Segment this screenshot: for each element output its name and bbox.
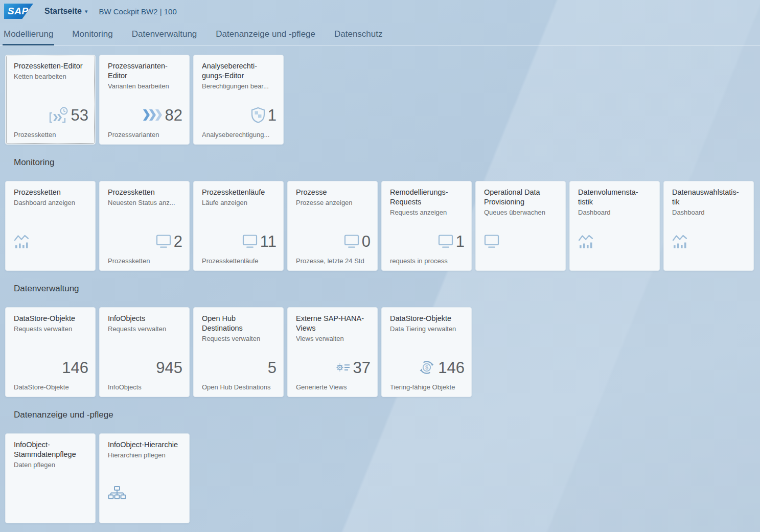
tile-externe-sap-hana-views[interactable]: Externe SAP-HANA-ViewsViews verwalten 37… [287, 307, 378, 397]
tile-footer: Analyseberechtigung... [202, 131, 277, 138]
anchor-tabstrip: ModellierungMonitoringDatenverwaltungDat… [0, 22, 760, 46]
tile-subtitle: Berechtigungen bear... [202, 82, 275, 90]
tile-subtitle: Daten pflegen [14, 461, 87, 469]
tile-subtitle: Queues überwachen [484, 209, 557, 216]
tile-open-hub-destinations[interactable]: Open Hub DestinationsRequests verwalten5… [193, 307, 284, 397]
process-chain-icon [48, 106, 68, 124]
line-chart-icon [672, 234, 687, 249]
tile-prozessketten-editor[interactable]: Prozessketten-EditorKetten bearbeiten 53… [5, 55, 96, 145]
tile-footer: Open Hub Destinations [202, 383, 277, 391]
tile-title: Analyseberechti-gungs-Editor [202, 61, 275, 81]
chevron-down-icon: ▾ [85, 8, 88, 15]
tile-kpi-value: 53 [71, 107, 88, 123]
tile-infoobject-stammdatenpflege[interactable]: InfoObject-StammdatenpflegeDaten pflegen [5, 433, 96, 523]
tile-analyseberechti-gungs-editor[interactable]: Analyseberechti-gungs-EditorBerechtigung… [193, 55, 284, 145]
tile-subtitle: Requests verwalten [14, 325, 87, 333]
monitor-icon [242, 234, 258, 248]
tile-footer: requests in process [390, 257, 465, 265]
tile-subtitle: Neuesten Status anz... [108, 199, 181, 206]
tile-subtitle: Dashboard anzeigen [14, 199, 87, 206]
tile-title: Prozesse [296, 188, 369, 197]
tile-datenvolumensta-tistik[interactable]: Datenvolumensta-tistikDashboard [569, 181, 660, 271]
tile-title: Open Hub Destinations [202, 314, 275, 333]
tile-kpi: 53 [14, 103, 88, 127]
tile-title: InfoObject-Stammdatenpflege [14, 440, 87, 459]
monitor-icon [156, 234, 171, 248]
tab-monitoring[interactable]: Monitoring [71, 22, 113, 45]
tile-prozessketten[interactable]: ProzesskettenDashboard anzeigen [5, 181, 96, 271]
tile-subtitle: Requests verwalten [202, 335, 275, 342]
tile-datastore-objekte[interactable]: DataStore-ObjekteRequests verwalten146Da… [5, 307, 96, 397]
tile-infoobject-hierarchie[interactable]: InfoObject-HierarchieHierarchien pflegen [99, 433, 190, 523]
shell-header: SAP Startseite ▾ BW Cockpit BW2 | 100 [0, 0, 760, 22]
tile-kpi [578, 229, 653, 253]
tile-title: Prozesskettenläufe [202, 188, 275, 197]
tile-footer: Prozessketten [14, 131, 88, 138]
section-title-datenverwaltung: Datenverwaltung [14, 284, 755, 294]
tile-prozessvarianten-editor[interactable]: Prozessvarianten-EditorVarianten bearbei… [99, 55, 190, 145]
tile-kpi-value: 11 [260, 234, 277, 249]
tile-datastore-objekte[interactable]: DataStore-ObjekteData Tiering verwalten … [381, 307, 472, 397]
tile-footer: Generierte Views [296, 383, 371, 391]
tab-datenschutz[interactable]: Datenschutz [333, 22, 384, 45]
tile-kpi-value: 82 [165, 107, 182, 123]
gear-list-icon [336, 363, 351, 372]
tile-kpi-value: 1 [268, 107, 277, 123]
tile-subtitle: Views verwalten [296, 335, 369, 342]
nav-title-label: Startseite [44, 7, 82, 16]
tile-kpi: 2 [108, 229, 182, 253]
tile-subtitle: Hierarchien pflegen [108, 451, 181, 459]
tile-title: Remodellierungs-Requests [390, 188, 463, 207]
tile-footer: Prozesskettenläufe [202, 257, 277, 265]
tile-title: Operational Data Provisioning [484, 188, 557, 207]
tile-kpi: 11 [202, 229, 277, 253]
tile-title: Prozessketten-Editor [14, 61, 87, 71]
tile-footer: Prozessvarianten [108, 131, 182, 138]
shield-icon [251, 107, 265, 123]
tile-title: DataStore-Objekte [14, 314, 87, 323]
startseite-menu-button[interactable]: Startseite ▾ [44, 7, 87, 16]
tab-datenverwaltung[interactable]: Datenverwaltung [131, 22, 198, 45]
tile-kpi-value: 146 [62, 360, 88, 376]
line-chart-icon [14, 234, 29, 249]
tile-title: Datenauswahlstatis-tik [672, 188, 745, 207]
tile-prozesse[interactable]: ProzesseProzesse anzeigen 0Prozesse, let… [287, 181, 378, 271]
tile-title: Externe SAP-HANA-Views [296, 314, 369, 333]
triple-chevron-icon [142, 108, 163, 122]
tile-subtitle: Läufe anzeigen [202, 199, 275, 206]
monitor-icon [484, 234, 499, 248]
tile-row: Prozessketten-EditorKetten bearbeiten 53… [5, 55, 755, 145]
tile-kpi-value: 37 [353, 360, 371, 376]
tile-kpi-value: 945 [156, 360, 182, 376]
sap-logo-icon: SAP [4, 4, 33, 19]
tile-remodellierungs-requests[interactable]: Remodellierungs-RequestsRequests anzeige… [381, 181, 472, 271]
monitor-icon [438, 234, 453, 248]
tile-kpi-value: 5 [268, 360, 277, 376]
section-title-monitoring: Monitoring [14, 157, 755, 168]
tile-kpi: 5 [202, 356, 277, 379]
section-title-datenanzeige-und-pflege: Datenanzeige und -pflege [14, 410, 755, 420]
line-chart-icon [578, 234, 593, 249]
tile-kpi: 146 [14, 356, 88, 379]
tile-row: ProzesskettenDashboard anzeigen Prozessk… [5, 181, 755, 271]
tile-operational-data-provisioning[interactable]: Operational Data ProvisioningQueues über… [475, 181, 566, 271]
tab-datenanzeige-und-pflege[interactable]: Datenanzeige und -pflege [215, 22, 316, 45]
tile-subtitle: Requests anzeigen [390, 209, 463, 216]
tile-kpi: 1 [390, 229, 465, 253]
tile-kpi-value: 2 [174, 234, 182, 249]
tile-prozesskettenl-ufe[interactable]: ProzesskettenläufeLäufe anzeigen 11Proze… [193, 181, 284, 271]
tile-footer: DataStore-Objekte [14, 383, 88, 391]
tile-kpi: 82 [108, 103, 182, 127]
tile-kpi [672, 229, 747, 253]
tile-prozessketten[interactable]: ProzesskettenNeuesten Status anz... 2Pro… [99, 181, 190, 271]
tab-modellierung[interactable]: Modellierung [3, 22, 54, 45]
tile-datenauswahlstatis-tik[interactable]: Datenauswahlstatis-tikDashboard [663, 181, 754, 271]
tile-infoobjects[interactable]: InfoObjectsRequests verwalten945InfoObje… [99, 307, 190, 397]
tile-kpi [14, 229, 88, 253]
tile-subtitle: Varianten bearbeiten [108, 82, 181, 90]
tile-subtitle: Requests verwalten [108, 325, 181, 333]
tile-row: DataStore-ObjekteRequests verwalten146Da… [5, 307, 755, 397]
tile-kpi [108, 482, 182, 505]
tile-footer: Tiering-fähige Objekte [390, 383, 465, 391]
tile-title: InfoObject-Hierarchie [108, 440, 181, 450]
